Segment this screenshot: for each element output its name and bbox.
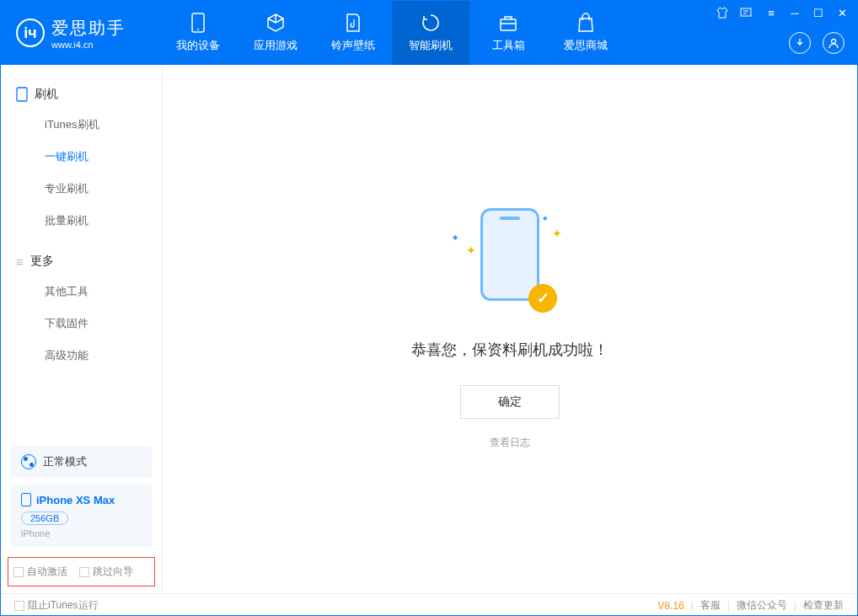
tab-toolbox[interactable]: 工具箱	[469, 1, 547, 65]
toolbox-icon	[498, 13, 518, 33]
svg-rect-5	[17, 88, 27, 101]
svg-rect-2	[501, 19, 516, 30]
tab-apps-games[interactable]: 应用游戏	[237, 1, 314, 65]
mode-label: 正常模式	[43, 454, 87, 469]
music-file-icon	[343, 13, 363, 33]
tab-ringtone-wallpaper[interactable]: 铃声壁纸	[314, 1, 392, 65]
title-bar: iч 爱思助手 www.i4.cn 我的设备 应用游戏 铃声壁纸 智能刷机 工具…	[1, 1, 857, 65]
minimize-button[interactable]: ─	[787, 7, 802, 19]
option-skip-guide[interactable]: 跳过向导	[79, 565, 133, 579]
main-content: ◆ ✦ ✦ ◆ ✓ 恭喜您，保资料刷机成功啦！ 确定 查看日志	[163, 65, 857, 593]
sidebar-item-advanced[interactable]: 高级功能	[1, 340, 162, 372]
option-auto-activate[interactable]: 自动激活	[13, 565, 67, 579]
check-update-link[interactable]: 检查更新	[803, 598, 844, 613]
version-label: V8.16	[657, 600, 684, 612]
svg-point-4	[832, 40, 836, 44]
tab-label: 我的设备	[176, 38, 220, 53]
tab-label: 爱思商城	[564, 38, 608, 53]
ok-button[interactable]: 确定	[460, 385, 560, 419]
mode-icon	[21, 454, 36, 469]
storage-badge: 256GB	[21, 512, 68, 525]
menu-icon[interactable]: ≡	[764, 7, 779, 19]
checkbox-icon	[14, 601, 24, 611]
sparkle-icon: ◆	[453, 233, 458, 241]
logo-icon: iч	[16, 19, 45, 47]
view-log-link[interactable]: 查看日志	[490, 436, 530, 450]
sparkle-icon: ✦	[466, 244, 476, 257]
success-illustration: ◆ ✦ ✦ ◆ ✓	[451, 208, 569, 318]
sidebar-item-other-tools[interactable]: 其他工具	[1, 276, 162, 308]
shirt-icon[interactable]	[716, 7, 732, 19]
brand-url: www.i4.cn	[51, 40, 126, 50]
sparkle-icon: ✦	[552, 227, 562, 240]
account-button[interactable]	[823, 32, 845, 54]
tab-label: 工具箱	[492, 38, 525, 53]
wechat-link[interactable]: 微信公众号	[737, 598, 787, 613]
checkbox-icon	[79, 567, 89, 577]
support-link[interactable]: 客服	[700, 598, 721, 613]
tab-label: 应用游戏	[254, 38, 298, 53]
maximize-button[interactable]: ☐	[811, 7, 826, 19]
tab-label: 智能刷机	[409, 38, 453, 53]
phone-icon	[21, 493, 31, 506]
logo-area: iч 爱思助手 www.i4.cn	[11, 17, 126, 50]
feedback-icon[interactable]	[740, 7, 755, 19]
option-label: 阻止iTunes运行	[28, 598, 99, 613]
status-bar: 阻止iTunes运行 V8.16 | 客服 | 微信公众号 | 检查更新	[1, 593, 857, 616]
success-message: 恭喜您，保资料刷机成功啦！	[411, 340, 609, 360]
refresh-shield-icon	[421, 13, 441, 33]
sidebar-section-flash[interactable]: 刷机	[1, 80, 162, 109]
mode-indicator[interactable]: 正常模式	[11, 446, 152, 478]
option-block-itunes[interactable]: 阻止iTunes运行	[14, 598, 99, 613]
section-title: 更多	[30, 254, 54, 269]
tab-store[interactable]: 爱思商城	[547, 1, 625, 65]
close-button[interactable]: ✕	[834, 7, 850, 19]
device-name-label: iPhone XS Max	[36, 494, 115, 506]
svg-point-1	[197, 29, 199, 30]
download-button[interactable]	[789, 32, 811, 54]
device-type: iPhone	[21, 528, 142, 538]
sidebar-section-more[interactable]: ≡ 更多	[1, 247, 162, 276]
sidebar-item-batch-flash[interactable]: 批量刷机	[1, 205, 162, 237]
section-title: 刷机	[35, 87, 58, 102]
list-icon: ≡	[16, 254, 24, 269]
tab-label: 铃声壁纸	[331, 38, 375, 53]
window-controls: ≡ ─ ☐ ✕	[716, 7, 850, 19]
sparkle-icon: ◆	[543, 215, 547, 222]
tab-my-device[interactable]: 我的设备	[159, 1, 237, 65]
sidebar: 刷机 iTunes刷机 一键刷机 专业刷机 批量刷机 ≡ 更多 其他工具 下载固…	[1, 65, 163, 593]
cube-icon	[265, 13, 286, 33]
sidebar-item-itunes-flash[interactable]: iTunes刷机	[1, 109, 162, 141]
brand-name: 爱思助手	[51, 17, 126, 40]
tab-smart-flash[interactable]: 智能刷机	[392, 1, 469, 65]
sidebar-item-oneclick-flash[interactable]: 一键刷机	[1, 141, 162, 173]
check-badge-icon: ✓	[528, 284, 557, 313]
phone-illustration	[480, 208, 539, 301]
bag-icon	[576, 13, 596, 33]
phone-icon	[188, 13, 208, 33]
main-tabs: 我的设备 应用游戏 铃声壁纸 智能刷机 工具箱 爱思商城	[159, 1, 625, 65]
option-label: 自动激活	[27, 565, 67, 579]
svg-rect-3	[741, 8, 751, 16]
options-row: 自动激活 跳过向导	[8, 557, 155, 587]
checkbox-icon	[13, 567, 24, 577]
option-label: 跳过向导	[93, 565, 133, 579]
sidebar-item-pro-flash[interactable]: 专业刷机	[1, 173, 162, 205]
sidebar-item-download-firmware[interactable]: 下载固件	[1, 308, 162, 340]
device-icon	[16, 87, 28, 102]
device-info[interactable]: iPhone XS Max 256GB iPhone	[11, 485, 152, 547]
